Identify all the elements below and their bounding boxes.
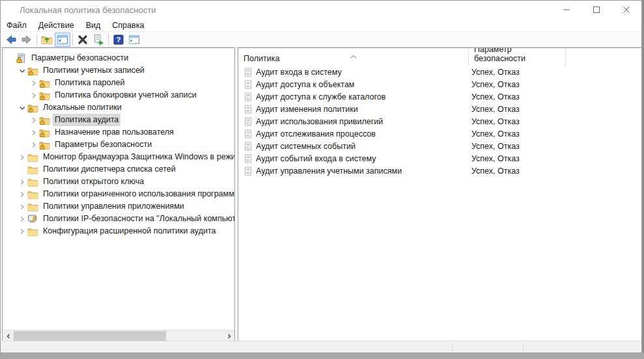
toolbar-separator <box>36 34 37 46</box>
menu-help[interactable]: Справка <box>106 20 150 31</box>
policy-list-row[interactable]: 1001Аудит изменения политикиУспех, Отказ <box>238 103 641 116</box>
chevron-right-icon[interactable] <box>17 177 27 187</box>
help-button[interactable]: ? <box>111 33 126 47</box>
security-setting-value: Успех, Отказ <box>471 66 576 79</box>
chevron-right-icon[interactable] <box>17 152 27 163</box>
tree-item[interactable]: Политики ограниченного использования про… <box>3 188 234 200</box>
chevron-spacer <box>5 53 16 64</box>
svg-text:01: 01 <box>247 171 251 174</box>
delete-x-icon <box>76 33 89 46</box>
policy-icon: 1001 <box>244 105 253 114</box>
folder-icon <box>27 177 38 187</box>
scroll-right-arrow-icon[interactable] <box>223 330 234 341</box>
chevron-spacer <box>17 165 27 175</box>
policy-name: Аудит использования привилегий <box>256 116 464 128</box>
tree-item[interactable]: Политики открытого ключа <box>3 176 234 188</box>
svg-text:01: 01 <box>247 97 251 100</box>
chevron-right-icon[interactable] <box>17 202 27 212</box>
chevron-right-icon[interactable] <box>29 90 39 101</box>
policy-list-row[interactable]: 1001Аудит доступа к службе каталоговУспе… <box>238 91 641 103</box>
tree-item[interactable]: Параметры безопасности <box>3 52 234 64</box>
menu-action[interactable]: Действие <box>33 20 80 31</box>
up-one-level-button[interactable] <box>39 33 55 47</box>
chevron-right-icon[interactable] <box>17 226 27 237</box>
security-setting-value: Успех, Отказ <box>471 140 576 153</box>
tree-item[interactable]: Политики управления приложениями <box>3 200 234 213</box>
tree-item[interactable]: Политика аудита <box>3 114 234 126</box>
policy-name: Аудит входа в систему <box>256 66 464 79</box>
chevron-right-icon[interactable] <box>29 127 39 138</box>
policy-list-row[interactable]: 1001Аудит событий входа в системуУспех, … <box>238 153 641 165</box>
minimize-button[interactable] <box>552 1 581 19</box>
menu-bar: Файл Действие Вид Справка <box>1 19 641 32</box>
tree-item[interactable]: Политики диспетчера списка сетей <box>3 163 234 176</box>
console-tree: Параметры безопасностиПолитики учетных з… <box>3 52 234 237</box>
policy-list-row[interactable]: 1001Аудит доступа к объектамУспех, Отказ <box>238 79 641 91</box>
horizontal-scrollbar[interactable] <box>3 330 234 341</box>
tree-item[interactable]: Политики учетных записей <box>3 64 234 77</box>
folder-lock-icon <box>39 140 50 150</box>
chevron-right-icon[interactable] <box>17 214 27 224</box>
chevron-right-icon[interactable] <box>29 140 39 150</box>
tree-item[interactable]: Политики IP-безопасности на "Локальный к… <box>3 213 234 225</box>
policy-icon: 1001 <box>244 68 253 77</box>
tree-item-label: Политики диспетчера списка сетей <box>41 163 178 176</box>
policy-list-row[interactable]: 1001Аудит входа в системуУспех, Отказ <box>238 66 641 79</box>
tree-item[interactable]: Назначение прав пользователя <box>3 126 234 139</box>
menu-view[interactable]: Вид <box>80 20 107 31</box>
policy-name: Аудит изменения политики <box>256 103 464 116</box>
security-setting-value: Успех, Отказ <box>471 116 576 128</box>
close-button[interactable] <box>611 1 641 19</box>
tree-item[interactable]: Локальные политики <box>3 101 234 114</box>
column-header-security-setting[interactable]: Параметр безопасности <box>468 48 566 66</box>
policy-list-row[interactable]: 1001Аудит системных событийУспех, Отказ <box>238 140 641 153</box>
back-button[interactable] <box>3 33 19 47</box>
chevron-down-icon[interactable] <box>17 103 27 113</box>
status-bar <box>1 341 641 352</box>
export-list-icon <box>92 33 105 46</box>
export-list-button[interactable] <box>91 33 106 47</box>
forward-icon <box>20 33 33 46</box>
forward-button[interactable] <box>19 33 35 47</box>
tree-item[interactable]: Конфигурация расширенной политики аудита <box>3 225 234 237</box>
folder-lock-icon <box>39 127 50 138</box>
chevron-right-icon[interactable] <box>29 78 39 88</box>
help-icon: ? <box>112 33 125 46</box>
window-controls <box>552 1 641 19</box>
tree-item[interactable]: Параметры безопасности <box>3 139 234 151</box>
delete-button[interactable] <box>75 33 91 47</box>
tree-item-label: Параметры безопасности <box>53 139 154 151</box>
chevron-down-icon[interactable] <box>17 66 27 76</box>
show-action-pane-button[interactable] <box>126 33 142 47</box>
svg-text:01: 01 <box>247 159 251 162</box>
chevron-right-icon[interactable] <box>17 189 27 200</box>
scrollbar-thumb[interactable] <box>14 331 166 341</box>
policy-list-row[interactable]: 1001Аудит отслеживания процессовУспех, О… <box>238 128 641 140</box>
security-setting-value: Успех, Отказ <box>471 79 576 91</box>
policy-list: 1001Аудит входа в системуУспех, Отказ100… <box>238 66 641 178</box>
scroll-left-arrow-icon[interactable] <box>3 330 14 341</box>
tree-item[interactable]: Политика паролей <box>3 77 234 89</box>
menu-file[interactable]: Файл <box>1 20 33 31</box>
tree-item-label: Монитор брандмауэра Защитника Windows в … <box>41 151 235 163</box>
policy-name: Аудит управления учетными записями <box>256 165 464 178</box>
chevron-right-icon[interactable] <box>29 115 39 126</box>
policy-list-row[interactable]: 1001Аудит использования привилегийУспех,… <box>238 116 641 128</box>
policy-list-row[interactable]: 1001Аудит управления учетными записямиУс… <box>238 165 641 178</box>
show-console-tree-button[interactable] <box>55 33 70 47</box>
tree-item-label: Политика аудита <box>53 114 120 126</box>
maximize-icon <box>593 4 600 16</box>
column-header-policy[interactable]: Политика <box>238 48 468 66</box>
tree-item[interactable]: Монитор брандмауэра Защитника Windows в … <box>3 151 234 163</box>
local-security-policy-window: Локальная политика безопасности Файл Дей… <box>0 0 642 353</box>
svg-text:01: 01 <box>247 72 251 75</box>
maximize-button[interactable] <box>581 1 611 19</box>
tree-item[interactable]: Политика блокировки учетной записи <box>3 89 234 101</box>
secpol-icon <box>16 53 27 64</box>
folder-icon <box>27 152 38 163</box>
tree-item-label: Политики открытого ключа <box>41 176 146 188</box>
folder-icon <box>27 189 38 200</box>
minimize-icon <box>563 4 570 16</box>
folder-lock-icon <box>39 90 50 101</box>
policy-name: Аудит событий входа в систему <box>256 153 464 165</box>
